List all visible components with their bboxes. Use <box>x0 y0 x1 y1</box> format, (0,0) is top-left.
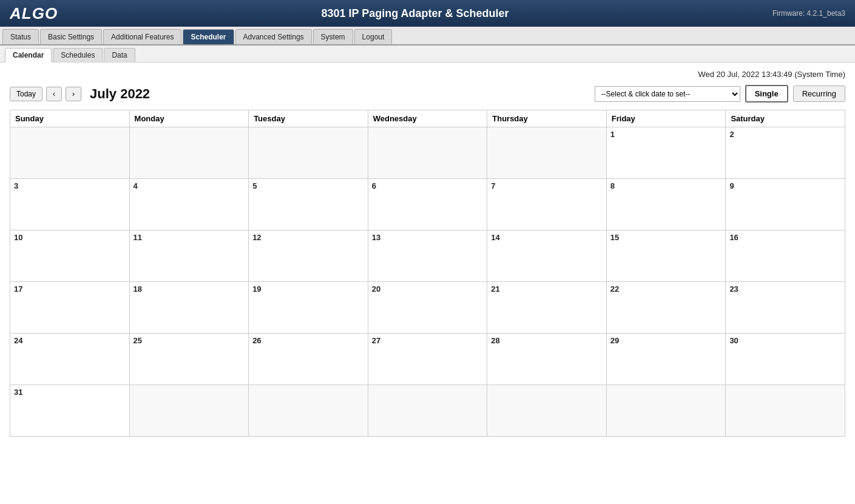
nav-tab-basic-settings[interactable]: Basic Settings <box>40 29 102 44</box>
calendar-cell[interactable]: 30 <box>726 334 845 385</box>
app-header: ALGO 8301 IP Paging Adapter & Scheduler … <box>0 0 855 27</box>
nav-tab-system[interactable]: System <box>313 29 353 44</box>
calendar-cell[interactable]: 26 <box>249 334 368 385</box>
calendar-cell[interactable]: 8 <box>606 179 726 230</box>
app-title: 8301 IP Paging Adapter & Scheduler <box>321 7 509 20</box>
month-year-label: July 2022 <box>90 86 150 102</box>
calendar-cell[interactable]: 12 <box>249 230 368 282</box>
calendar-cell[interactable]: 22 <box>606 282 726 334</box>
calendar-cell[interactable]: 21 <box>487 282 607 334</box>
calendar-cell <box>487 385 607 437</box>
calendar-cell[interactable]: 6 <box>368 179 487 230</box>
today-button[interactable]: Today <box>10 87 42 101</box>
calendar-cell <box>249 127 368 179</box>
calendar-cell[interactable]: 24 <box>10 334 130 385</box>
calendar-cell[interactable]: 19 <box>249 282 368 334</box>
schedule-select[interactable]: --Select & click date to set-- <box>595 86 740 102</box>
calendar-cell[interactable]: 16 <box>726 230 845 282</box>
calendar-cell[interactable]: 20 <box>368 282 487 334</box>
recurring-button[interactable]: Recurring <box>793 86 845 102</box>
day-header-tuesday: Tuesday <box>249 110 368 127</box>
day-header-saturday: Saturday <box>726 110 845 127</box>
nav-tab-advanced-settings[interactable]: Advanced Settings <box>235 29 312 44</box>
calendar-header-row: SundayMondayTuesdayWednesdayThursdayFrid… <box>10 110 845 127</box>
calendar-cell[interactable]: 15 <box>606 230 726 282</box>
nav-tab-scheduler[interactable]: Scheduler <box>183 29 234 44</box>
calendar-cell[interactable]: 29 <box>606 334 726 385</box>
main-content: Wed 20 Jul, 2022 13:43:49 (System Time) … <box>0 62 855 504</box>
app-logo: ALGO <box>10 4 58 23</box>
calendar-cell[interactable]: 11 <box>129 230 249 282</box>
calendar-grid: SundayMondayTuesdayWednesdayThursdayFrid… <box>10 110 845 437</box>
calendar-nav: Today ‹ › July 2022 <box>10 86 150 102</box>
day-header-thursday: Thursday <box>487 110 607 127</box>
nav-tab-status[interactable]: Status <box>2 29 39 44</box>
calendar-cell <box>487 127 607 179</box>
calendar-cell <box>129 127 249 179</box>
calendar-cell[interactable]: 25 <box>129 334 249 385</box>
calendar-cell[interactable]: 5 <box>249 179 368 230</box>
day-header-wednesday: Wednesday <box>368 110 487 127</box>
day-header-friday: Friday <box>606 110 726 127</box>
calendar-cell <box>368 385 487 437</box>
prev-month-button[interactable]: ‹ <box>46 87 62 101</box>
calendar-cell[interactable]: 18 <box>129 282 249 334</box>
calendar-header: Today ‹ › July 2022 --Select & click dat… <box>10 85 845 102</box>
calendar-cell[interactable]: 2 <box>726 127 845 179</box>
calendar-cell[interactable]: 3 <box>10 179 130 230</box>
calendar-cell <box>249 385 368 437</box>
sub-tabs: CalendarSchedulesData <box>0 45 855 62</box>
sub-tab-schedules[interactable]: Schedules <box>53 48 103 62</box>
calendar-body: 1234567891011121314151617181920212223242… <box>10 127 845 437</box>
single-button[interactable]: Single <box>745 85 788 102</box>
sub-tab-calendar[interactable]: Calendar <box>5 48 52 62</box>
day-header-sunday: Sunday <box>10 110 130 127</box>
calendar-cell <box>10 127 130 179</box>
day-header-monday: Monday <box>129 110 249 127</box>
firmware-version: Firmware: 4.2.1_beta3 <box>772 9 845 18</box>
calendar-cell[interactable]: 31 <box>10 385 130 437</box>
calendar-cell <box>129 385 249 437</box>
next-month-button[interactable]: › <box>66 87 81 101</box>
calendar-cell <box>606 385 726 437</box>
calendar-cell[interactable]: 28 <box>487 334 607 385</box>
calendar-cell[interactable]: 1 <box>606 127 726 179</box>
calendar-cell <box>726 385 845 437</box>
calendar-cell[interactable]: 4 <box>129 179 249 230</box>
sub-tab-data[interactable]: Data <box>104 48 135 62</box>
calendar-controls: --Select & click date to set-- Single Re… <box>595 85 845 102</box>
calendar-cell[interactable]: 9 <box>726 179 845 230</box>
calendar-cell <box>368 127 487 179</box>
calendar-cell[interactable]: 14 <box>487 230 607 282</box>
calendar-cell[interactable]: 13 <box>368 230 487 282</box>
calendar-cell[interactable]: 23 <box>726 282 845 334</box>
calendar-cell[interactable]: 10 <box>10 230 130 282</box>
calendar-cell[interactable]: 27 <box>368 334 487 385</box>
system-time: Wed 20 Jul, 2022 13:43:49 (System Time) <box>10 70 845 79</box>
calendar-cell[interactable]: 7 <box>487 179 607 230</box>
nav-tab-logout[interactable]: Logout <box>354 29 393 44</box>
nav-tabs: StatusBasic SettingsAdditional FeaturesS… <box>0 27 855 45</box>
calendar-cell[interactable]: 17 <box>10 282 130 334</box>
nav-tab-additional-features[interactable]: Additional Features <box>103 29 181 44</box>
